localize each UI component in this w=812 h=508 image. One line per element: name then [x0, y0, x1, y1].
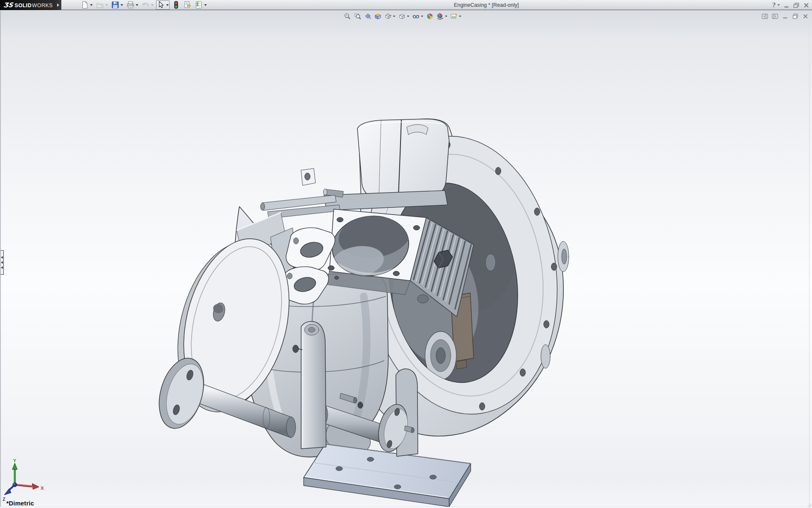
- dropdown-arrow-icon[interactable]: [204, 4, 207, 6]
- dropdown-arrow-icon[interactable]: [105, 4, 108, 6]
- file-properties-icon: [184, 1, 192, 9]
- dropdown-arrow-icon[interactable]: [393, 16, 395, 17]
- view-orientation-label: *Dimetric: [6, 500, 34, 507]
- expand-panel-right-button[interactable]: [772, 13, 778, 19]
- viewport-right-border: [809, 11, 809, 506]
- undo-button[interactable]: [141, 0, 154, 10]
- print-button[interactable]: [126, 0, 139, 10]
- dropdown-arrow-icon[interactable]: [407, 16, 409, 17]
- undo-icon: [142, 1, 150, 9]
- reference-triad[interactable]: Y X Z: [1, 458, 52, 506]
- window-controls: ?: [772, 0, 809, 10]
- z-axis-label: Z: [3, 497, 5, 502]
- zoom-to-area-button[interactable]: [354, 12, 362, 20]
- restore-document-button[interactable]: [792, 13, 798, 19]
- open-document-button[interactable]: [95, 0, 109, 10]
- minimize-document-button[interactable]: [782, 13, 788, 19]
- quick-access-toolbar: [80, 0, 208, 10]
- dropdown-arrow-icon[interactable]: [421, 16, 423, 17]
- brand-text-light: WORKS: [32, 3, 53, 8]
- dropdown-arrow-icon[interactable]: [777, 4, 780, 6]
- previous-view-icon: [364, 13, 371, 20]
- dropdown-arrow-icon[interactable]: [90, 4, 93, 6]
- select-cursor-icon: [157, 1, 165, 9]
- apply-scene-button[interactable]: [436, 12, 448, 20]
- view-orientation-icon: [384, 13, 392, 20]
- top-cover[interactable]: [261, 119, 449, 218]
- traffic-light-icon: [172, 1, 180, 9]
- dropdown-arrow-icon[interactable]: [121, 4, 123, 6]
- engine-casing-model[interactable]: [0, 11, 812, 508]
- x-axis-arrow: [32, 483, 39, 489]
- dropdown-arrow-icon[interactable]: [136, 4, 138, 6]
- previous-view-button[interactable]: [364, 12, 372, 20]
- new-document-icon: [81, 1, 89, 9]
- dropdown-arrow-icon[interactable]: [445, 16, 447, 17]
- options-list-icon: [195, 1, 203, 9]
- title-bar: ƷS SOLIDWORKS: [0, 0, 812, 10]
- file-properties-button[interactable]: [183, 0, 192, 10]
- view-settings-icon: [450, 13, 458, 20]
- collapse-arrow-icon: [1, 261, 3, 264]
- collapse-arrow-icon: [1, 256, 3, 259]
- dropdown-arrow-icon[interactable]: [151, 4, 154, 6]
- rebuild-button[interactable]: [171, 0, 181, 10]
- open-folder-icon: [96, 1, 104, 9]
- help-button[interactable]: ?: [772, 2, 780, 8]
- apply-scene-icon: [436, 13, 444, 20]
- document-window-controls: [762, 13, 809, 19]
- menu-flyout-button[interactable]: [55, 0, 61, 10]
- zoom-to-area-icon: [354, 13, 361, 20]
- close-window-button[interactable]: [803, 2, 809, 8]
- help-icon: ?: [772, 2, 776, 8]
- zoom-to-fit-button[interactable]: [343, 12, 351, 20]
- close-document-button[interactable]: [802, 13, 809, 19]
- eyeglasses-icon: [412, 13, 420, 20]
- solidworks-logo[interactable]: ƷS SOLIDWORKS: [0, 0, 55, 10]
- solidworks-logo-glyph: ƷS: [3, 1, 14, 9]
- save-button[interactable]: [110, 0, 124, 10]
- select-tool-button[interactable]: [156, 0, 170, 10]
- save-floppy-icon: [111, 1, 119, 9]
- collapse-arrow-icon: [1, 266, 3, 269]
- y-axis-label: Y: [13, 458, 16, 463]
- new-document-button[interactable]: [80, 0, 93, 10]
- section-view-icon: [374, 13, 381, 20]
- collapse-panel-left-button[interactable]: [762, 13, 768, 19]
- print-icon: [126, 1, 134, 9]
- dropdown-arrow-icon[interactable]: [166, 4, 169, 6]
- edit-appearance-button[interactable]: [426, 12, 434, 20]
- dropdown-arrow-icon[interactable]: [459, 16, 461, 17]
- section-view-button[interactable]: [374, 12, 382, 20]
- options-button[interactable]: [194, 0, 208, 10]
- view-settings-button[interactable]: [450, 12, 462, 20]
- triad-origin: [13, 483, 17, 487]
- hide-show-items-button[interactable]: [412, 12, 424, 20]
- display-style-button[interactable]: [398, 12, 410, 20]
- resize-grip[interactable]: [807, 502, 812, 508]
- mounting-base[interactable]: [304, 444, 471, 507]
- graphics-viewport[interactable]: Y X Z *Dimetric: [0, 11, 812, 508]
- x-axis-label: X: [41, 486, 44, 491]
- viewport-left-border: [0, 11, 1, 508]
- window-title: EngineCasing * [Read-only]: [431, 0, 541, 10]
- heads-up-view-toolbar: [343, 12, 462, 20]
- flyout-arrow-icon: [57, 3, 59, 7]
- display-style-icon: [398, 13, 406, 20]
- view-orientation-button[interactable]: [384, 12, 396, 20]
- appearance-ball-icon: [426, 13, 433, 20]
- zoom-to-fit-icon: [344, 13, 351, 20]
- restore-window-button[interactable]: [793, 2, 800, 8]
- brand-text-bold: SOLID: [14, 3, 31, 8]
- y-axis-arrow: [12, 463, 17, 469]
- minimize-window-button[interactable]: [783, 2, 790, 8]
